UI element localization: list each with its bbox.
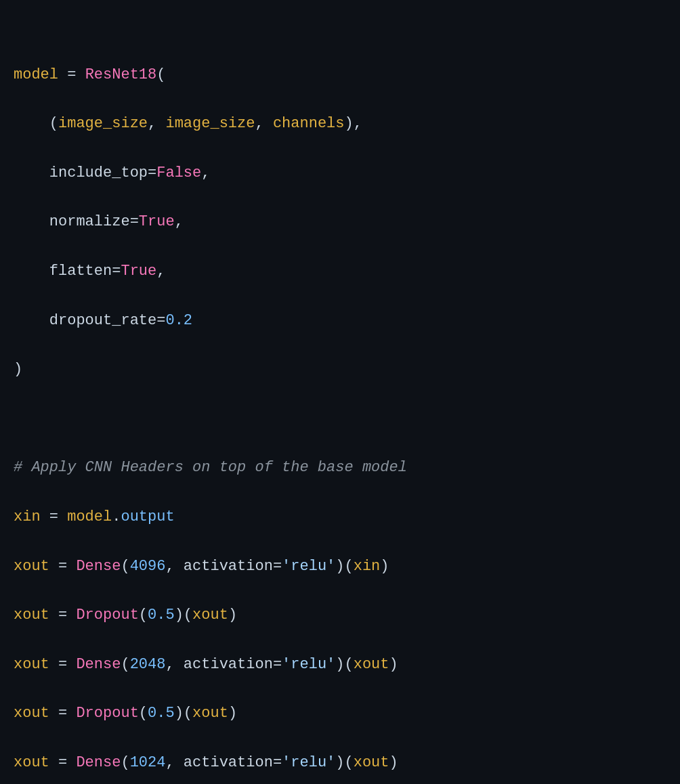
code-editor: model = ResNet18( (image_size, image_siz… (14, 14, 666, 784)
line-comment: # Apply CNN Headers on top of the base m… (14, 456, 666, 480)
line-xout-dropout-1: xout = Dropout(0.5)(xout) (14, 603, 666, 628)
line-xout-dropout-2: xout = Dropout(0.5)(xout) (14, 701, 666, 726)
line-image-size: (image_size, image_size, channels), (14, 112, 666, 136)
line-xin: xin = model.output (14, 505, 666, 529)
line-xout-dense-4096: xout = Dense(4096, activation='relu')(xi… (14, 554, 666, 579)
line-flatten: flatten=True, (14, 259, 666, 284)
line-include-top: include_top=False, (14, 161, 666, 186)
line-xout-dense-2048: xout = Dense(2048, activation='relu')(xo… (14, 653, 666, 677)
line-dropout-rate: dropout_rate=0.2 (14, 309, 666, 333)
line-close-paren: ) (14, 357, 666, 382)
line-normalize: normalize=True, (14, 210, 666, 234)
line-empty-1 (14, 407, 666, 431)
line-xout-dense-1024: xout = Dense(1024, activation='relu')(xo… (14, 751, 666, 775)
line-model-assign: model = ResNet18( (14, 63, 666, 87)
